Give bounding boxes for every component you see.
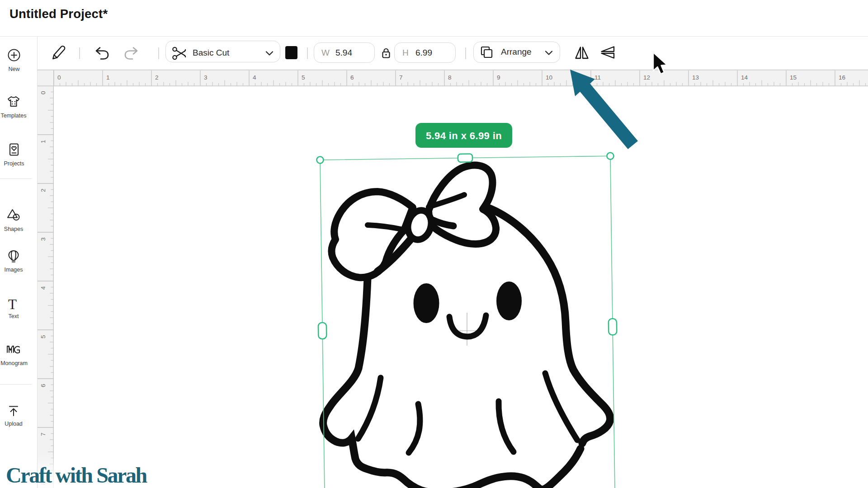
svg-text:5.94 in x 6.99 in: 5.94 in x 6.99 in xyxy=(426,130,502,141)
